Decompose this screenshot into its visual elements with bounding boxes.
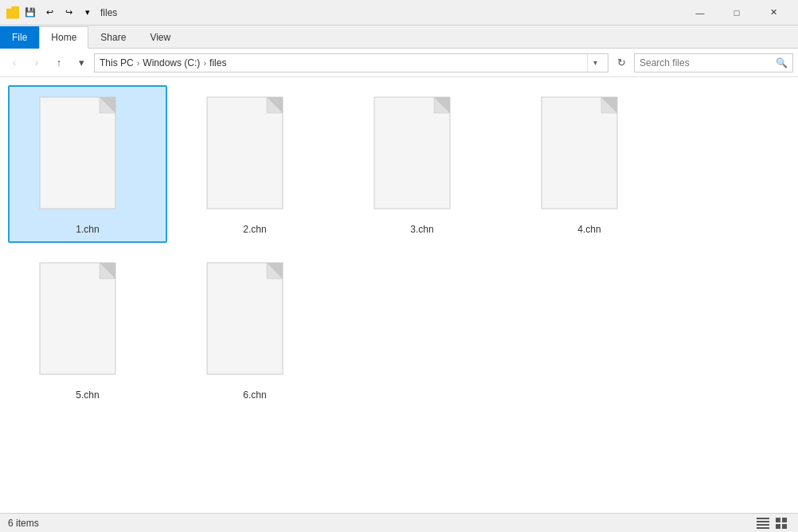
quick-access-toolbar: 💾 ↩ ↪ ▾	[6, 5, 96, 21]
svg-rect-12	[40, 263, 115, 374]
undo-qat-button[interactable]: ↩	[41, 5, 57, 21]
ribbon-tabs: File Home Share View	[0, 25, 798, 48]
search-bar[interactable]: 🔍	[634, 53, 793, 72]
path-separator-1: ›	[137, 58, 140, 68]
file-icon-svg	[203, 259, 299, 378]
large-icons-view-icon	[776, 518, 788, 529]
file-icon	[538, 93, 641, 221]
svg-rect-18	[757, 518, 769, 519]
save-qat-button[interactable]: 💾	[22, 5, 38, 21]
file-name-label: 2.chn	[243, 224, 266, 235]
file-icon	[370, 93, 474, 221]
svg-rect-20	[757, 524, 769, 526]
item-count-label: 6 items	[8, 518, 39, 529]
close-button[interactable]: ✕	[755, 0, 792, 25]
ribbon: File Home Share View	[0, 25, 798, 49]
title-bar-left: 💾 ↩ ↪ ▾ files	[6, 5, 117, 21]
recent-locations-button[interactable]: ▾	[72, 53, 91, 72]
path-separator-2: ›	[203, 58, 206, 68]
file-item-file-2[interactable]: 2.chn	[175, 85, 334, 243]
svg-rect-24	[776, 524, 780, 529]
search-input[interactable]	[640, 57, 773, 68]
redo-qat-button[interactable]: ↪	[61, 5, 76, 21]
file-icon	[36, 93, 139, 221]
title-bar: 💾 ↩ ↪ ▾ files — □ ✕	[0, 0, 798, 25]
address-bar[interactable]: This PC › Windows (C:) › files ▾	[94, 53, 608, 72]
file-icon	[36, 259, 139, 386]
file-item-file-4[interactable]: 4.chn	[510, 85, 669, 243]
svg-rect-21	[757, 527, 769, 529]
file-item-file-6[interactable]: 6.chn	[175, 251, 334, 409]
tab-share[interactable]: Share	[88, 25, 138, 48]
large-icons-view-button[interactable]	[774, 516, 790, 530]
minimize-button[interactable]: —	[682, 0, 718, 25]
back-button[interactable]: ‹	[5, 53, 24, 72]
tab-view[interactable]: View	[138, 25, 182, 48]
maximize-button[interactable]: □	[718, 0, 755, 25]
details-view-icon	[757, 518, 769, 529]
search-icon: 🔍	[776, 57, 788, 68]
svg-rect-0	[40, 97, 115, 209]
file-icon	[203, 259, 307, 386]
file-icon-svg	[36, 93, 131, 213]
file-name-label: 1.chn	[76, 224, 99, 235]
details-view-button[interactable]	[755, 516, 771, 530]
path-part-windows: Windows (C:)	[143, 57, 200, 68]
file-icon	[203, 93, 307, 221]
status-bar: 6 items	[0, 513, 798, 532]
svg-rect-19	[757, 521, 769, 522]
svg-rect-15	[207, 263, 283, 374]
address-dropdown-button[interactable]: ▾	[587, 54, 603, 72]
svg-rect-25	[782, 524, 787, 529]
svg-rect-23	[782, 518, 787, 522]
refresh-button[interactable]: ↻	[612, 53, 631, 72]
svg-rect-9	[542, 97, 617, 209]
main-content-area: 1.chn 2.chn 3.chn	[0, 77, 798, 513]
window-title: files	[100, 7, 117, 18]
path-part-thispc: This PC	[100, 57, 134, 68]
address-path: This PC › Windows (C:) › files	[100, 57, 587, 68]
svg-rect-3	[207, 97, 283, 209]
path-part-files: files	[209, 57, 226, 68]
up-button[interactable]: ↑	[49, 53, 68, 72]
svg-rect-6	[374, 97, 450, 209]
file-icon-svg	[370, 93, 466, 213]
view-controls	[755, 516, 790, 530]
file-icon-svg	[203, 93, 299, 213]
svg-rect-22	[776, 518, 780, 522]
qat-dropdown-button[interactable]: ▾	[80, 5, 96, 21]
file-item-file-3[interactable]: 3.chn	[342, 85, 502, 243]
navigation-bar: ‹ › ↑ ▾ This PC › Windows (C:) › files ▾…	[0, 49, 798, 77]
file-item-file-5[interactable]: 5.chn	[8, 251, 167, 409]
file-item-file-1[interactable]: 1.chn	[8, 85, 167, 243]
file-name-label: 3.chn	[410, 224, 433, 235]
file-icon-svg	[36, 259, 131, 378]
file-icon-svg	[538, 93, 633, 213]
app-icon	[6, 6, 19, 19]
forward-button[interactable]: ›	[27, 53, 46, 72]
tab-file[interactable]: File	[0, 26, 39, 49]
file-name-label: 6.chn	[243, 389, 266, 401]
file-name-label: 4.chn	[577, 224, 600, 235]
file-grid: 1.chn 2.chn 3.chn	[8, 85, 790, 409]
file-name-label: 5.chn	[76, 389, 99, 401]
tab-home[interactable]: Home	[39, 26, 88, 49]
window-controls: — □ ✕	[682, 0, 792, 25]
